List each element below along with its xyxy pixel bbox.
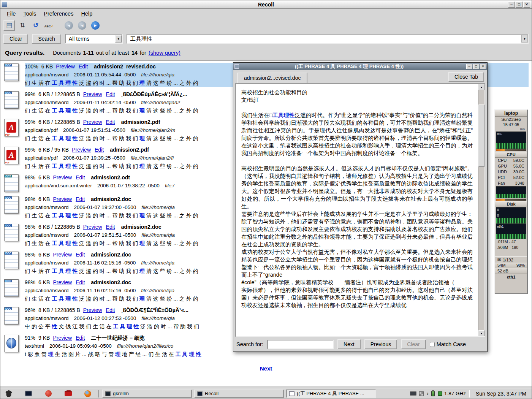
toolbox-icon[interactable]	[63, 390, 73, 398]
find-next-button[interactable]: Next	[337, 339, 361, 349]
preview-content[interactable]: 高校招生的社会功能和目的文/钱江我们生活在□工具理性泛滥的时代。作为“世之显学”…	[236, 84, 478, 336]
sensor-row: HDD39.0C	[495, 169, 527, 175]
preview-link[interactable]: Preview	[53, 252, 72, 258]
preview-tab-bar: admission2...evised.doc Close Tab	[233, 70, 487, 83]
taskbar-clock: Sun Sep 23, 3:47 PM	[473, 391, 529, 397]
doc-file-icon	[4, 91, 19, 109]
preview-link[interactable]: Preview	[53, 335, 72, 341]
show-query-link[interactable]: (show query)	[149, 50, 180, 56]
window-titlebar[interactable]: Recoll – □ ✕	[0, 0, 532, 9]
edit-link[interactable]: Edit	[106, 307, 115, 313]
preview-link[interactable]: Preview	[72, 147, 91, 153]
taskbar-task[interactable]: gkrellm	[102, 390, 192, 398]
sensor-row: CPU59.0C	[495, 158, 527, 163]
cpu-percent: 0%	[497, 132, 502, 136]
sensor-name: GPU	[498, 163, 507, 169]
prev-page-icon[interactable]	[76, 20, 88, 31]
preview-titlebar[interactable]: ((工 PHRASE 4 具 PHRASE 4 理 PHRASE 4 性)) –…	[233, 63, 487, 70]
docs-total: 14	[131, 50, 138, 56]
preview-task-icon	[289, 391, 294, 396]
volume-icon[interactable]: ♪	[426, 391, 429, 396]
query-input[interactable]	[127, 34, 529, 44]
find-input[interactable]	[267, 340, 334, 349]
find-previous-button[interactable]: Previous	[364, 339, 397, 349]
menu-help[interactable]: Help	[78, 10, 96, 18]
minimize-icon[interactable]: –	[508, 2, 515, 8]
menu-preferences[interactable]: Preferences	[40, 10, 77, 18]
snippet-text: 们 生 活 在	[25, 212, 52, 218]
taskbar-task[interactable]: ((工 PHRASE 4 具 PHRASE ...	[286, 390, 376, 398]
preview-scrollbar[interactable]: ▲ ▼	[478, 84, 484, 336]
scroll-down-icon[interactable]: ▼	[478, 330, 484, 336]
query-history-icon[interactable]: ▼	[521, 35, 528, 43]
next-page-link[interactable]: Next	[260, 365, 272, 372]
snippet-text: 清 这 些 纷 ... 之 外 的	[145, 296, 198, 302]
preview-minimize-icon[interactable]: –	[466, 64, 472, 69]
edit-link[interactable]: Edit	[106, 91, 115, 97]
edit-link[interactable]: Edit	[76, 279, 85, 285]
cpu-frequency-indicator: 1.87 GHz	[438, 391, 466, 396]
preview-maximize-icon[interactable]: □	[473, 64, 479, 69]
clear-button[interactable]: Clear	[3, 34, 28, 44]
close-tab-button[interactable]: Close Tab	[448, 72, 484, 82]
chevron-down-icon[interactable]: ▼	[115, 35, 122, 43]
menu-file[interactable]: File	[3, 10, 19, 18]
scrollbar-track[interactable]	[478, 90, 484, 330]
search-button[interactable]: Search	[32, 34, 61, 44]
keyboard-layout-icon[interactable]	[410, 391, 416, 396]
snippet-text: 泛 滥 的 时 ... 帮 助 我 们	[78, 268, 139, 274]
edit-link[interactable]: Edit	[95, 147, 104, 153]
preview-tab[interactable]: admission2...evised.doc	[237, 73, 307, 83]
find-clear-button[interactable]: Clear	[401, 339, 426, 349]
sensor-name: PCI	[498, 175, 505, 180]
scroll-up-icon[interactable]: ▲	[478, 84, 484, 90]
preview-link[interactable]: Preview	[83, 224, 102, 230]
preview-close-icon[interactable]: ✕	[480, 64, 486, 69]
result-date: 2006-01-19 05:09:48 -0500	[49, 343, 112, 349]
terminal-icon[interactable]	[24, 390, 33, 398]
history-icon[interactable]	[30, 20, 41, 31]
taskbar-task[interactable]: Recoll	[194, 390, 284, 398]
fan-krell	[496, 199, 526, 201]
result-filename: admission2.pdf	[110, 147, 149, 153]
preview-link[interactable]: Preview	[56, 63, 75, 70]
snippet-text: 们 生 活 在	[25, 80, 52, 86]
close-icon[interactable]: ✕	[523, 2, 530, 8]
preview-link[interactable]: Preview	[53, 196, 72, 202]
table-edit-icon[interactable]	[3, 20, 15, 31]
preview-link[interactable]: Preview	[83, 91, 102, 97]
edit-link[interactable]: Edit	[76, 174, 85, 180]
edit-link[interactable]: Edit	[76, 252, 85, 258]
battery-icon[interactable]	[431, 391, 435, 396]
scrollbar-thumb[interactable]	[478, 104, 484, 167]
next-page-icon[interactable]	[90, 20, 101, 31]
preview-link[interactable]: Preview	[83, 307, 102, 313]
edit-link[interactable]: Edit	[106, 119, 115, 125]
highlighted-term: 工 具 理 性	[52, 163, 78, 169]
sort-icon[interactable]	[17, 20, 28, 31]
edit-link[interactable]: Edit	[106, 224, 115, 230]
maximize-icon[interactable]: □	[516, 2, 522, 8]
spellcheck-icon[interactable]	[43, 20, 55, 31]
paw-icon[interactable]	[4, 390, 13, 398]
taskbar-tasks: gkrellmRecoll((工 PHRASE 4 具 PHRASE ...	[102, 390, 376, 398]
result-size: 6 KB / 1228865 B	[38, 91, 80, 97]
edit-link[interactable]: Edit	[76, 335, 85, 341]
edit-link[interactable]: Edit	[79, 63, 88, 70]
tray-applet-icon[interactable]	[419, 391, 424, 396]
result-url: file:///home/qia	[141, 260, 174, 266]
edit-link[interactable]: Edit	[76, 196, 85, 202]
firefox-icon[interactable]	[83, 390, 92, 398]
media-player-icon	[45, 390, 52, 397]
preview-link[interactable]: Preview	[83, 119, 102, 125]
media-player-icon[interactable]	[44, 390, 53, 398]
preview-link[interactable]: Preview	[53, 174, 72, 180]
preview-link[interactable]: Preview	[53, 279, 72, 285]
result-size: 6 KB	[38, 196, 50, 202]
result-url: file:///home/qia	[141, 204, 175, 210]
search-mode-select[interactable]: All terms ▼	[65, 34, 123, 44]
snippet-text: 们 生 活 在	[25, 240, 52, 246]
first-page-icon[interactable]	[63, 20, 74, 31]
match-case-checkbox[interactable]	[430, 342, 435, 347]
menu-tools[interactable]: Tools	[20, 10, 40, 18]
